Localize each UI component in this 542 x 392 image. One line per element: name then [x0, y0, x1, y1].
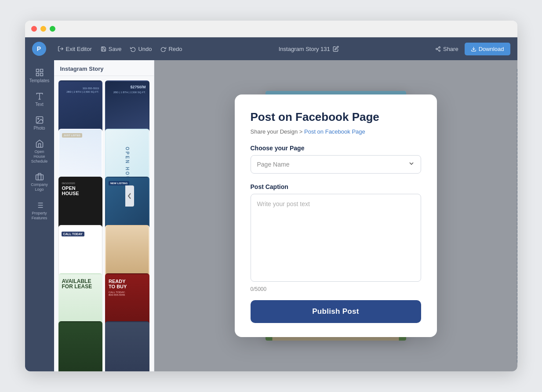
- svg-point-2: [436, 48, 437, 49]
- doc-title-area: Instagram Story 131: [187, 46, 431, 52]
- post-caption-label: Post Caption: [251, 183, 421, 190]
- browser-titlebar: [25, 21, 517, 37]
- modal-title: Post on Facebook Page: [251, 110, 421, 124]
- svg-line-5: [437, 47, 439, 48]
- svg-rect-7: [36, 69, 39, 72]
- svg-point-3: [439, 50, 440, 51]
- svg-rect-15: [36, 175, 43, 180]
- sidebar-item-photo[interactable]: Photo: [27, 112, 52, 134]
- svg-rect-10: [36, 73, 39, 76]
- download-button[interactable]: Download: [465, 43, 510, 55]
- svg-rect-8: [40, 69, 43, 72]
- toolbar: P Exit Editor Save Undo Redo Instagram S…: [25, 37, 517, 60]
- redo-button[interactable]: Redo: [156, 43, 186, 55]
- undo-button[interactable]: Undo: [126, 43, 156, 55]
- toolbar-right-actions: Share Download: [431, 43, 510, 55]
- sidebar-item-templates[interactable]: Templates: [27, 65, 52, 87]
- window-minimize-dot[interactable]: [40, 26, 46, 32]
- modal-breadcrumb-link[interactable]: Post on Facebook Page: [304, 128, 365, 135]
- window-maximize-dot[interactable]: [50, 26, 55, 32]
- sidebar-item-open-house[interactable]: Open House Schedule: [27, 136, 52, 167]
- svg-point-14: [37, 118, 39, 120]
- page-select[interactable]: Page Name My Real Estate Page Business P…: [251, 155, 421, 174]
- sidebar-item-company-logo[interactable]: Company Logo: [27, 169, 52, 196]
- choose-page-label: Choose your Page: [251, 145, 421, 152]
- sidebar-item-text[interactable]: Text: [27, 88, 52, 110]
- char-count: 0/5000: [251, 286, 421, 292]
- publish-post-button[interactable]: Publish Post: [251, 300, 421, 323]
- svg-rect-9: [40, 73, 43, 76]
- exit-editor-button[interactable]: Exit Editor: [53, 43, 96, 55]
- svg-point-1: [439, 47, 440, 48]
- app-container: P Exit Editor Save Undo Redo Instagram S…: [25, 37, 517, 371]
- modal-breadcrumb: Share your Design > Post on Facebook Pag…: [251, 128, 421, 135]
- template-thumb[interactable]: Marie SmithLOGO813-555-0333: [58, 321, 103, 371]
- svg-line-4: [437, 49, 439, 50]
- browser-window: P Exit Editor Save Undo Redo Instagram S…: [25, 21, 517, 371]
- page-select-wrapper: Page Name My Real Estate Page Business P…: [251, 155, 421, 174]
- share-button[interactable]: Share: [431, 43, 463, 55]
- panel-toggle-button[interactable]: [125, 185, 134, 207]
- template-grid: 333-555-55332BD | 2 BTH | 2,500 SQ.FT. H…: [54, 76, 154, 371]
- main-area: Templates Text Photo Open House Schedule…: [25, 60, 517, 371]
- post-caption-textarea[interactable]: [251, 194, 421, 282]
- canvas-area: Sq. Ft. Post on Facebook Page Share your…: [154, 60, 517, 371]
- modal-overlay: Post on Facebook Page Share your Design …: [154, 60, 517, 371]
- facebook-post-modal: Post on Facebook Page Share your Design …: [235, 94, 437, 337]
- window-close-dot[interactable]: [31, 26, 37, 32]
- template-panel: Instagram Story 333-555-55332BD | 2 BTH …: [54, 60, 154, 371]
- app-logo: P: [32, 42, 46, 56]
- sidebar-item-property-features[interactable]: Property Features: [27, 197, 52, 224]
- sidebar-icons: Templates Text Photo Open House Schedule…: [25, 60, 54, 371]
- template-thumb[interactable]: Marie SmithLOGO813-555-0333: [105, 321, 149, 371]
- template-panel-title: Instagram Story: [54, 60, 154, 76]
- save-button[interactable]: Save: [96, 43, 126, 55]
